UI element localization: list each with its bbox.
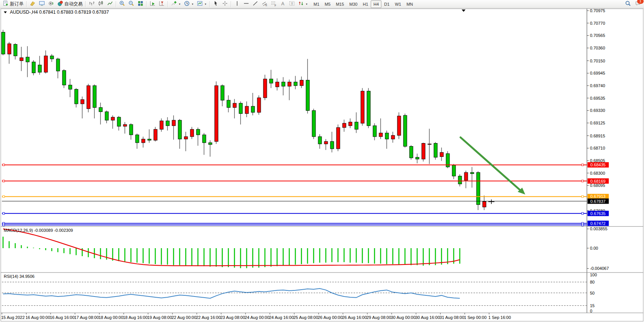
periods-button[interactable]: ▼ — [182, 0, 195, 8]
line-handle[interactable] — [3, 224, 5, 226]
candle — [257, 98, 261, 112]
candle — [464, 172, 468, 180]
hline-button[interactable] — [242, 0, 251, 8]
candle — [422, 143, 425, 159]
alerts-button[interactable] — [46, 0, 56, 8]
price-tick-label: 0.70150 — [590, 59, 605, 63]
price-level-badge-label: 0.68435 — [590, 163, 606, 167]
candle — [367, 91, 370, 126]
line-handle[interactable] — [582, 180, 583, 182]
candle — [202, 135, 206, 143]
toolbar-separator — [116, 1, 116, 7]
toolbar-separator — [209, 1, 210, 7]
candle — [349, 122, 352, 126]
time-label: 30 Aug 00:00 — [391, 315, 416, 320]
timeframe-h1[interactable]: H1 — [360, 0, 371, 8]
channel-button[interactable]: E — [260, 0, 269, 8]
mt4-window: 新订单自动交易▼▼▼EFAT▼M1M5M15M30H1H4D1W1MN1 0.7… — [0, 0, 644, 322]
chart-shift-button[interactable] — [157, 0, 166, 8]
time-label: 22 Aug 00:00 — [172, 315, 196, 320]
candle — [410, 146, 413, 158]
chevron-down-icon[interactable]: ▼ — [306, 3, 308, 5]
line-handle[interactable] — [582, 164, 583, 166]
timeframe-m1[interactable]: M1 — [311, 0, 322, 8]
candle — [397, 116, 401, 135]
chart-title: AUDUSD-,H4 0.67841 0.67883 0.67819 0.678… — [10, 10, 109, 15]
timeframe-d1[interactable]: D1 — [381, 0, 392, 8]
candle — [44, 56, 48, 72]
timeframe-m15[interactable]: M15 — [333, 0, 346, 8]
line-handle[interactable] — [582, 224, 583, 226]
candle — [8, 44, 11, 54]
price-level-badge-label: 0.67635 — [590, 211, 606, 216]
candle — [38, 65, 41, 72]
bar-chart-button[interactable] — [87, 0, 96, 8]
timeframe-m5[interactable]: M5 — [322, 0, 333, 8]
timeframe-h4[interactable]: H4 — [371, 0, 381, 8]
time-label: 18 Aug 00:00 — [99, 315, 123, 320]
macd-label: MACD(12,26,9) -0.003089 -0.002309 — [4, 228, 73, 233]
price-level-badge-label: 0.68169 — [590, 179, 606, 183]
candle — [50, 56, 54, 59]
timeframe-w1[interactable]: W1 — [392, 0, 404, 8]
new-order-button[interactable]: 新订单 — [1, 0, 25, 8]
text-button[interactable]: A — [278, 0, 287, 8]
line-handle[interactable] — [3, 180, 5, 182]
line-chart-button[interactable] — [105, 0, 115, 8]
cursor-button[interactable] — [211, 0, 220, 8]
vline-button[interactable] — [233, 0, 242, 8]
macd-tick-label: 0.003855 — [590, 226, 607, 231]
candle — [263, 79, 267, 97]
chevron-down-icon[interactable]: ▼ — [204, 3, 207, 5]
candle — [269, 79, 273, 83]
candle — [324, 142, 328, 144]
bar-chart-icon — [89, 0, 95, 8]
price-tick-label: 0.70565 — [590, 33, 605, 38]
line-handle[interactable] — [3, 212, 5, 214]
styler-button[interactable] — [28, 0, 37, 8]
candle — [32, 62, 35, 73]
fibonacci-button[interactable]: F — [269, 0, 278, 8]
crosshair-button[interactable] — [220, 0, 230, 8]
svg-text:T: T — [291, 2, 293, 6]
arrows-button[interactable]: ▼ — [296, 0, 309, 8]
timeframe-mn[interactable]: MN — [404, 0, 416, 8]
time-label: 30 Aug 16:00 — [415, 315, 440, 320]
candle — [318, 137, 322, 144]
line-handle[interactable] — [582, 196, 583, 198]
trendline-button[interactable] — [251, 0, 260, 8]
price-tick-label: 0.70975 — [590, 8, 605, 13]
line-handle[interactable] — [3, 164, 5, 166]
zoom-in-button[interactable] — [118, 0, 127, 8]
auto-scroll-button[interactable] — [148, 0, 157, 8]
tile-windows-button[interactable] — [136, 0, 145, 8]
time-label: 24 Aug 16:00 — [269, 315, 294, 320]
chart-area[interactable]: 0.709750.707700.705650.703600.701500.699… — [0, 8, 644, 322]
search-icon[interactable] — [625, 0, 631, 8]
label-button[interactable]: T — [287, 0, 296, 8]
channel-icon: E — [261, 0, 268, 8]
line-handle[interactable] — [582, 212, 583, 214]
candle — [276, 82, 279, 87]
brush-icon — [30, 0, 36, 8]
terminal-button[interactable] — [37, 0, 46, 8]
templates-button[interactable]: ▼ — [195, 0, 208, 8]
cursor-icon — [213, 0, 219, 8]
autotrading-button[interactable]: 自动交易 — [56, 0, 84, 8]
line-handle[interactable] — [3, 196, 5, 198]
candle — [142, 139, 145, 143]
indicators-button[interactable]: ▼ — [169, 0, 182, 8]
candle-chart-button[interactable] — [96, 0, 105, 8]
timeframe-m30[interactable]: M30 — [347, 0, 360, 8]
price-tick-label: 0.70770 — [590, 21, 605, 26]
chevron-down-icon[interactable]: ▼ — [179, 3, 181, 5]
zoom-out-button[interactable] — [127, 0, 136, 8]
candle — [233, 103, 236, 107]
notifications-button[interactable]: 1 — [635, 0, 641, 8]
vline-icon — [234, 0, 240, 8]
terminal-icon — [39, 0, 45, 8]
candle — [172, 120, 175, 126]
toolbar-separator — [167, 1, 168, 7]
price-tick-label: 0.68710 — [590, 146, 605, 150]
chevron-down-icon[interactable]: ▼ — [191, 3, 194, 5]
